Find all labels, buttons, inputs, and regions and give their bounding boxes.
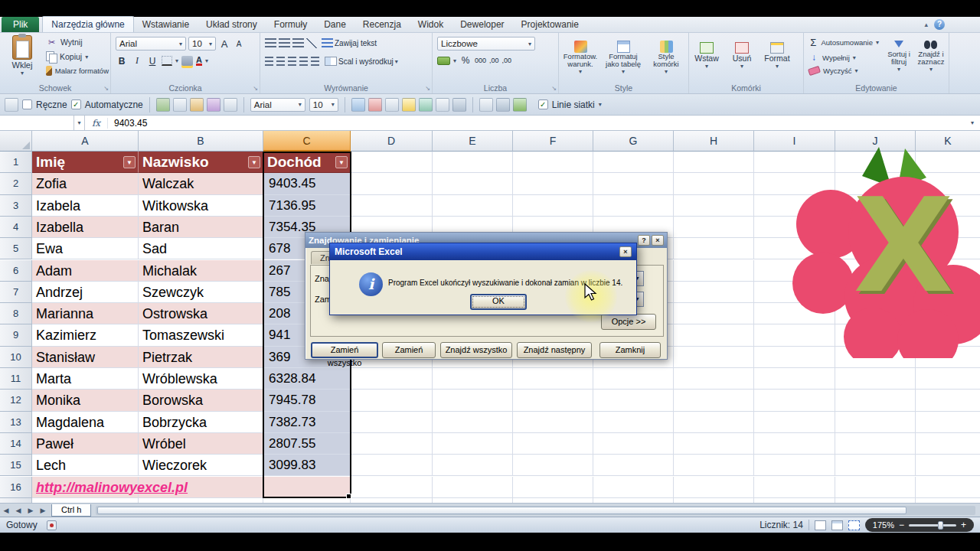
cell-B3[interactable]: Witkowska: [139, 195, 263, 217]
cell-K1[interactable]: [916, 152, 980, 173]
cell-F1[interactable]: [513, 152, 593, 173]
cell-J3[interactable]: [835, 195, 916, 217]
page-break-view-icon[interactable]: [848, 520, 860, 530]
orientation-icon[interactable]: [306, 38, 317, 48]
cell-I7[interactable]: [754, 282, 835, 303]
cell-G15[interactable]: [593, 455, 674, 476]
cell-B10[interactable]: Pietrzak: [139, 347, 263, 368]
accounting-format-icon[interactable]: [437, 57, 450, 65]
increase-decimal-button[interactable]: ,00: [489, 57, 499, 64]
fill-color-icon[interactable]: [181, 56, 193, 66]
cell-F13[interactable]: [513, 412, 593, 433]
cell-B13[interactable]: Bobrzycka: [139, 412, 263, 433]
align-bottom-icon[interactable]: [292, 38, 304, 47]
ribbon-tab-5[interactable]: Dane: [315, 17, 354, 32]
first-sheet-icon[interactable]: ◀: [0, 507, 12, 514]
cell-D15[interactable]: [351, 455, 433, 476]
ok-button[interactable]: OK: [470, 294, 527, 310]
column-header-H[interactable]: H: [674, 131, 754, 152]
cell-H9[interactable]: [674, 324, 754, 346]
column-header-A[interactable]: A: [32, 131, 139, 152]
row-header-5[interactable]: 5: [0, 238, 32, 259]
cell-J14[interactable]: [835, 433, 916, 455]
column-header-C[interactable]: C: [263, 131, 351, 152]
column-header-I[interactable]: I: [754, 131, 835, 152]
row-header-1[interactable]: 1: [0, 152, 32, 173]
row-header-16[interactable]: 16: [0, 477, 32, 498]
cell-H6[interactable]: [674, 260, 754, 282]
cell-K16[interactable]: [916, 477, 980, 498]
cell-B12[interactable]: Borowska: [139, 390, 263, 411]
insert-function-icon[interactable]: fx: [85, 118, 108, 129]
cell-A16[interactable]: http://malinowyexcel.pl: [32, 477, 139, 498]
cell-H7[interactable]: [674, 282, 754, 303]
cell-G11[interactable]: [593, 368, 674, 390]
row-header-4[interactable]: 4: [0, 217, 32, 238]
cell-J8[interactable]: [835, 303, 916, 324]
cell-K5[interactable]: [916, 238, 980, 259]
cell-B11[interactable]: Wróblewska: [139, 368, 263, 390]
cell-A10[interactable]: Stanisław: [32, 347, 139, 368]
column-header-G[interactable]: G: [593, 131, 674, 152]
cell-E12[interactable]: [433, 390, 513, 411]
message-box-titlebar[interactable]: Microsoft Excel ×: [330, 243, 636, 260]
cell-J7[interactable]: [835, 282, 916, 303]
cell-D11[interactable]: [351, 368, 433, 390]
cell-J9[interactable]: [835, 324, 916, 346]
fill-button[interactable]: ↓ Wypełnij ▾: [807, 51, 880, 64]
find-dialog-button-3[interactable]: Znajdź następny: [517, 342, 592, 358]
toolbar-font-combo[interactable]: Arial ▾: [250, 98, 305, 112]
horizontal-scrollbar[interactable]: [96, 506, 975, 515]
cell-A11[interactable]: Marta: [32, 368, 139, 390]
cell-E15[interactable]: [433, 455, 513, 476]
cell-H12[interactable]: [674, 390, 754, 411]
normal-view-icon[interactable]: [815, 520, 826, 530]
toolbar-icon[interactable]: [190, 98, 204, 112]
cell-K7[interactable]: [916, 282, 980, 303]
cell-C15[interactable]: 3099.83: [263, 455, 351, 476]
paste-button[interactable]: Wklej ▾: [2, 35, 42, 77]
options-button[interactable]: Opcje >>: [601, 314, 656, 330]
gridlines-checkbox[interactable]: ✓: [538, 99, 548, 109]
cell-B15[interactable]: Wieczorek: [139, 455, 263, 476]
cell-B9[interactable]: Tomaszewski: [139, 324, 263, 346]
cell-A1[interactable]: Imię▼: [32, 152, 139, 173]
cell-D13[interactable]: [351, 412, 433, 433]
comma-style-button[interactable]: 000: [475, 57, 486, 64]
clear-button[interactable]: Wyczyść ▾: [807, 66, 880, 76]
cell-C11[interactable]: 6328.84: [263, 368, 351, 390]
cell-H5[interactable]: [674, 238, 754, 259]
cell-F3[interactable]: [513, 195, 593, 217]
cell-A8[interactable]: Marianna: [32, 303, 139, 324]
prev-sheet-icon[interactable]: ◀: [12, 507, 24, 514]
ribbon-tab-1[interactable]: Narzędzia główne: [42, 16, 133, 32]
cell-H15[interactable]: [674, 455, 754, 476]
cell-J10[interactable]: [835, 347, 916, 368]
cell-I10[interactable]: [754, 347, 835, 368]
cell-G13[interactable]: [593, 412, 674, 433]
cell-H11[interactable]: [674, 368, 754, 390]
cell-H2[interactable]: [674, 173, 754, 194]
autosum-button[interactable]: Σ Autosumowanie ▾: [807, 36, 880, 49]
cell-I14[interactable]: [754, 433, 835, 455]
font-size-combo[interactable]: 10 ▾: [188, 37, 216, 51]
decrease-indent-icon[interactable]: [299, 57, 308, 66]
column-header-D[interactable]: D: [351, 131, 433, 152]
shrink-font-button[interactable]: A: [233, 40, 245, 48]
copy-button[interactable]: Kopiuj ▾: [44, 51, 110, 63]
row-header-3[interactable]: 3: [0, 195, 32, 217]
cell-H1[interactable]: [674, 152, 754, 173]
cell-I9[interactable]: [754, 324, 835, 346]
formula-input[interactable]: 9403.45: [108, 118, 147, 129]
page-layout-view-icon[interactable]: [831, 520, 843, 530]
cell-J15[interactable]: [835, 455, 916, 476]
toolbar-icon[interactable]: [173, 98, 187, 112]
auto-calc-checkbox[interactable]: ✓: [71, 99, 81, 109]
cell-E13[interactable]: [433, 412, 513, 433]
sheet-tab-active[interactable]: Ctrl h: [51, 504, 91, 517]
find-dialog-button-4[interactable]: Zamknij: [599, 342, 661, 358]
column-header-K[interactable]: K: [916, 131, 980, 152]
cell-H16[interactable]: [674, 477, 754, 498]
percent-style-button[interactable]: %: [459, 55, 472, 66]
ribbon-tab-7[interactable]: Widok: [410, 17, 452, 32]
